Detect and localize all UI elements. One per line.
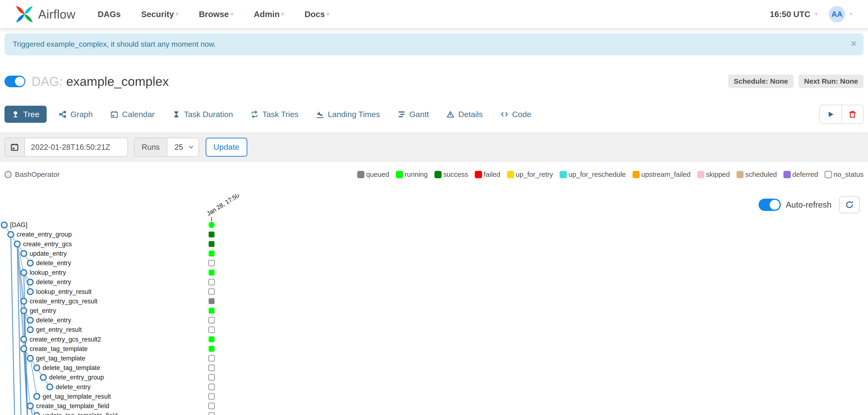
task-node-label[interactable]: delete_entry_group bbox=[49, 374, 104, 381]
task-node-circle[interactable] bbox=[21, 336, 27, 342]
tab-details[interactable]: Details bbox=[441, 106, 488, 123]
task-node-circle[interactable] bbox=[28, 356, 33, 361]
legend-status-label: up_for_retry bbox=[516, 171, 553, 178]
delete-dag-button[interactable] bbox=[841, 105, 863, 123]
task-node-circle[interactable] bbox=[14, 241, 20, 247]
task-node-label[interactable]: get_tag_template bbox=[36, 355, 85, 362]
tab-gantt[interactable]: Gantt bbox=[392, 106, 434, 123]
task-node-circle[interactable] bbox=[47, 384, 53, 390]
tab-task-duration[interactable]: Task Duration bbox=[167, 106, 239, 123]
tab-code[interactable]: Code bbox=[495, 106, 537, 123]
task-node-circle[interactable] bbox=[21, 251, 27, 257]
task-status-square[interactable] bbox=[209, 251, 215, 257]
legend-status-label: success bbox=[443, 171, 468, 178]
task-status-square[interactable] bbox=[209, 365, 215, 371]
nav-item-browse[interactable]: Browse▾ bbox=[199, 9, 233, 19]
play-icon bbox=[827, 111, 835, 118]
task-status-square[interactable] bbox=[209, 327, 215, 333]
task-status-square[interactable] bbox=[209, 403, 215, 409]
tab-label: Task Tries bbox=[262, 110, 298, 119]
task-node-label[interactable]: create_tag_template_field bbox=[36, 403, 109, 410]
task-node-circle[interactable] bbox=[28, 327, 33, 333]
task-node-label[interactable]: lookup_entry bbox=[30, 269, 66, 276]
task-node-circle[interactable] bbox=[34, 365, 39, 371]
brand-link[interactable]: Airflow bbox=[14, 4, 75, 24]
task-node-label[interactable]: delete_entry bbox=[36, 279, 71, 286]
runs-label: Runs bbox=[134, 138, 167, 156]
task-node-circle[interactable] bbox=[21, 270, 27, 275]
task-node-circle[interactable] bbox=[28, 260, 33, 266]
task-node-label[interactable]: get_tag_template_result bbox=[43, 393, 111, 400]
task-node-label[interactable]: delete_entry bbox=[56, 383, 91, 391]
dag-run-status-circle[interactable] bbox=[209, 222, 215, 228]
nav-item-label: DAGs bbox=[98, 9, 121, 19]
task-node-circle[interactable] bbox=[21, 308, 27, 314]
task-node-label[interactable]: create_entry_gcs_result2 bbox=[30, 336, 101, 343]
task-node-label[interactable]: delete_entry bbox=[36, 260, 71, 267]
task-status-square[interactable] bbox=[209, 336, 215, 343]
task-node-circle[interactable] bbox=[28, 403, 33, 409]
task-node-label[interactable]: [DAG] bbox=[10, 221, 28, 229]
chevron-down-icon: ▾ bbox=[176, 11, 178, 17]
task-status-square[interactable] bbox=[209, 298, 215, 304]
task-status-square[interactable] bbox=[209, 279, 215, 285]
nav-item-dags[interactable]: DAGs bbox=[98, 9, 121, 19]
task-status-square[interactable] bbox=[209, 394, 215, 399]
tab-task-tries[interactable]: Task Tries bbox=[245, 106, 304, 123]
navbar: Airflow DAGs Security▾ Browse▾ Admin▾ Do… bbox=[0, 0, 868, 28]
task-status-square[interactable] bbox=[209, 356, 215, 361]
task-status-square[interactable] bbox=[209, 241, 215, 247]
task-status-square[interactable] bbox=[209, 260, 215, 266]
tab-landing-times[interactable]: Landing Times bbox=[311, 106, 385, 123]
task-node-label[interactable]: get_entry_result bbox=[36, 326, 82, 333]
refresh-button[interactable] bbox=[839, 196, 860, 213]
auto-refresh-toggle[interactable] bbox=[758, 199, 781, 211]
task-node-circle[interactable] bbox=[40, 375, 46, 380]
task-status-square[interactable] bbox=[209, 384, 215, 390]
task-node-circle[interactable] bbox=[28, 279, 33, 285]
schedule-badge[interactable]: Schedule: None bbox=[728, 75, 794, 88]
task-node-circle[interactable] bbox=[8, 232, 13, 237]
task-status-square[interactable] bbox=[209, 308, 215, 314]
task-node-label[interactable]: lookup_entry_result bbox=[36, 288, 92, 295]
task-node-circle[interactable] bbox=[28, 317, 33, 323]
task-node-label[interactable]: delete_tag_template bbox=[43, 364, 100, 372]
task-node-circle[interactable] bbox=[1, 222, 7, 228]
task-node-label[interactable]: update_tag_template_field bbox=[43, 412, 118, 415]
alert-close-button[interactable]: × bbox=[851, 39, 857, 48]
task-node-label[interactable]: update_entry bbox=[30, 250, 67, 257]
task-status-square[interactable] bbox=[209, 270, 215, 276]
tab-tree[interactable]: Tree bbox=[4, 106, 47, 123]
task-node-circle[interactable] bbox=[28, 289, 33, 295]
nav-item-docs[interactable]: Docs▾ bbox=[304, 9, 329, 19]
trigger-dag-button[interactable] bbox=[820, 105, 841, 123]
task-node-circle[interactable] bbox=[21, 298, 27, 304]
user-avatar[interactable]: AA bbox=[829, 6, 845, 23]
task-node-label[interactable]: create_entry_gcs bbox=[23, 241, 72, 248]
nav-item-security[interactable]: Security▾ bbox=[141, 9, 178, 19]
calendar-addon bbox=[4, 138, 25, 156]
nav-item-admin[interactable]: Admin▾ bbox=[254, 9, 284, 19]
task-status-square[interactable] bbox=[209, 346, 215, 352]
task-node-label[interactable]: create_entry_group bbox=[17, 231, 72, 238]
next-run-badge[interactable]: Next Run: None bbox=[799, 75, 864, 88]
task-status-square[interactable] bbox=[209, 232, 215, 237]
tab-graph[interactable]: Graph bbox=[53, 106, 98, 123]
task-node-circle[interactable] bbox=[21, 346, 27, 352]
task-status-square[interactable] bbox=[209, 317, 215, 323]
runs-count-select[interactable]: 25 bbox=[167, 138, 199, 156]
task-status-square[interactable] bbox=[209, 375, 215, 380]
task-node-circle[interactable] bbox=[34, 413, 39, 415]
task-node-label[interactable]: get_entry bbox=[30, 307, 56, 314]
task-node-label[interactable]: create_entry_gcs_result bbox=[30, 298, 98, 305]
tab-calendar[interactable]: Calendar bbox=[105, 106, 160, 123]
task-node-circle[interactable] bbox=[34, 394, 39, 399]
task-status-square[interactable] bbox=[209, 413, 215, 415]
update-button[interactable]: Update bbox=[206, 138, 247, 156]
clock-dropdown[interactable]: 16:50 UTC bbox=[770, 9, 810, 19]
task-node-label[interactable]: create_tag_template bbox=[30, 345, 88, 352]
task-status-square[interactable] bbox=[209, 289, 215, 295]
dag-pause-toggle[interactable] bbox=[4, 76, 26, 87]
task-node-label[interactable]: delete_entry bbox=[36, 317, 71, 324]
execution-date-input[interactable] bbox=[24, 138, 128, 156]
